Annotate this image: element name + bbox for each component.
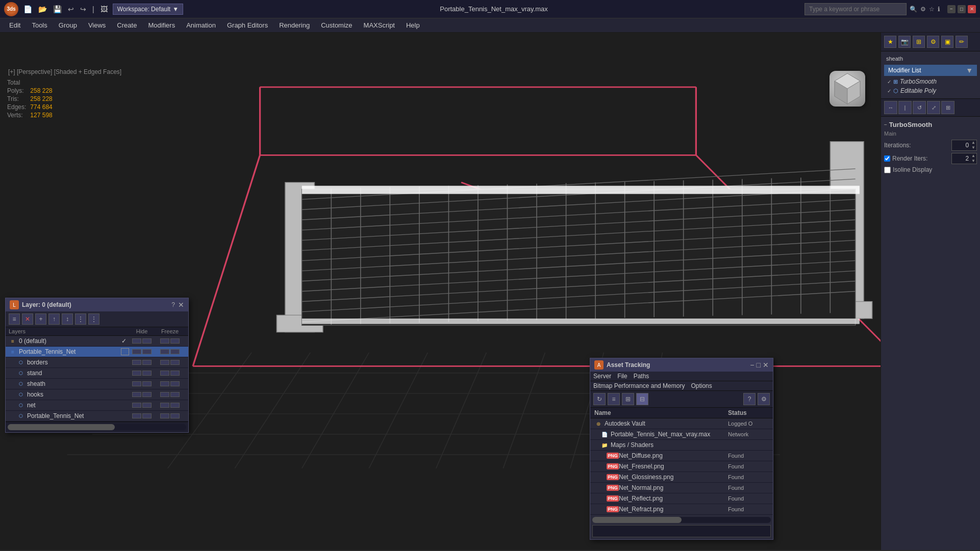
layer-row[interactable]: ⬡ hooks <box>6 389 188 400</box>
rp-icon-settings[interactable]: ⚙ <box>927 36 939 48</box>
asset-tool-help[interactable]: ? <box>743 393 756 405</box>
asset-row[interactable]: ⊛ Autodesk Vault Logged O <box>590 418 773 429</box>
rp-icon2-move[interactable]: ↔ <box>884 101 897 114</box>
asset-tool-grid[interactable]: ⊞ <box>622 393 634 405</box>
asset-tool-settings[interactable]: ⚙ <box>758 393 770 405</box>
rp-icon-paint[interactable]: ✏ <box>956 36 968 48</box>
ts-renderiters-check[interactable] <box>884 155 890 162</box>
menu-views[interactable]: Views <box>83 19 111 31</box>
asset-row[interactable]: PNG Net_Diffuse.png Found <box>590 451 773 461</box>
layer-row-hide[interactable] <box>129 349 155 354</box>
layer-tool-delete[interactable]: ✕ <box>22 313 33 325</box>
info-icon[interactable]: ℹ <box>938 6 940 13</box>
ts-renderiters-spinner[interactable]: ▲ ▼ <box>951 153 977 164</box>
menu-edit[interactable]: Edit <box>4 19 26 31</box>
layer-tool-add[interactable]: + <box>35 313 46 325</box>
minimize-button[interactable]: − <box>947 5 956 13</box>
asset-menu-options[interactable]: Options <box>691 382 712 389</box>
rp-icon-star[interactable]: ★ <box>884 36 896 48</box>
layer-row[interactable]: ≡ 0 (default) ✓ <box>6 336 188 347</box>
layer-row-freeze[interactable] <box>155 413 185 418</box>
asset-minimize-button[interactable]: − <box>750 361 754 369</box>
ts-up-arrow[interactable]: ▲ <box>970 153 976 159</box>
layer-row[interactable]: ⬡ borders <box>6 357 188 368</box>
layer-row-freeze[interactable] <box>155 392 185 397</box>
layer-row[interactable]: ⬡ Portable_Tennis_Net <box>6 411 188 422</box>
menu-help[interactable]: Help <box>401 19 425 31</box>
asset-tool-refresh[interactable]: ↻ <box>593 393 606 405</box>
layer-panel-header[interactable]: L Layer: 0 (default) ? ✕ <box>6 298 188 311</box>
asset-menu-file[interactable]: File <box>617 373 627 380</box>
asset-tool-list[interactable]: ≡ <box>608 393 620 405</box>
layer-tool-more[interactable]: ⋮ <box>88 313 99 325</box>
layer-tool-layers[interactable]: ≡ <box>9 313 20 325</box>
ts-down-arrow[interactable]: ▼ <box>970 159 976 164</box>
rp-icon2-hierarchy[interactable]: ⊞ <box>941 101 954 114</box>
viewport[interactable]: [+] [Perspective] [Shaded + Edged Faces]… <box>0 33 881 550</box>
menu-customize[interactable]: Customize <box>316 19 357 31</box>
layer-row-hide[interactable] <box>129 371 155 376</box>
asset-panel-header[interactable]: A Asset Tracking − □ ✕ <box>590 358 773 372</box>
layer-row-hide[interactable] <box>129 413 155 418</box>
layer-row-hide[interactable] <box>129 338 155 344</box>
workspace-dropdown-icon[interactable]: ▼ <box>172 6 179 13</box>
redo-icon[interactable]: ↪ <box>78 4 88 14</box>
ts-renderiters-checkbox[interactable]: Render Iters: <box>884 155 927 162</box>
settings-icon[interactable]: ⚙ <box>920 6 926 13</box>
close-button[interactable]: ✕ <box>968 5 976 13</box>
undo-icon[interactable]: ↩ <box>66 4 76 14</box>
asset-menu-server[interactable]: Server <box>593 373 611 380</box>
modifier-list-dropdown-icon[interactable]: ▼ <box>966 66 973 74</box>
layer-row-freeze[interactable] <box>155 381 185 386</box>
ts-collapse-icon[interactable]: − <box>884 122 887 127</box>
asset-tool-table[interactable]: ⊟ <box>636 393 648 405</box>
layer-scrollbar[interactable] <box>6 422 188 432</box>
modifier-editablepoly-item[interactable]: ✓ ⬡ Editable Poly <box>884 86 977 95</box>
search-icon[interactable]: 🔍 <box>910 6 917 13</box>
workspace-selector[interactable]: Workspace: Default ▼ <box>113 4 183 15</box>
layer-tool-sort[interactable]: ↕ <box>62 313 73 325</box>
ts-iterations-input[interactable] <box>952 141 970 149</box>
layer-row-hide[interactable] <box>129 392 155 397</box>
rp-icon2-scale[interactable]: ⤢ <box>927 101 940 114</box>
asset-close-button[interactable]: ✕ <box>763 361 769 369</box>
menu-modifiers[interactable]: Modifiers <box>143 19 180 31</box>
layer-row-selected[interactable]: ≡ Portable_Tennis_Net <box>6 347 188 357</box>
new-icon[interactable]: 📄 <box>21 4 34 14</box>
open-icon[interactable]: 📂 <box>36 4 49 14</box>
asset-row[interactable]: PNG Net_Reflect.png Found <box>590 493 773 504</box>
asset-row[interactable]: PNG Net_Normal.png Found <box>590 483 773 493</box>
layer-row-hide[interactable] <box>129 403 155 408</box>
asset-menu-paths[interactable]: Paths <box>634 373 649 380</box>
asset-menu-bitmap[interactable]: Bitmap Performance and Memory <box>593 382 685 389</box>
layer-row-freeze[interactable] <box>155 371 185 376</box>
menu-group[interactable]: Group <box>54 19 82 31</box>
modifier-turbosmooth-item[interactable]: ✓ ⊞ TurboSmooth <box>884 77 977 86</box>
save-icon[interactable]: 💾 <box>51 4 64 14</box>
rp-icon-layers[interactable]: ⊞ <box>913 36 925 48</box>
menu-create[interactable]: Create <box>112 19 142 31</box>
rp-icon2-rotate[interactable]: ↺ <box>913 101 926 114</box>
ts-iterations-arrows[interactable]: ▲ ▼ <box>970 140 976 150</box>
asset-row[interactable]: PNG Net_Glossiness.png Found <box>590 472 773 483</box>
asset-row[interactable]: 📄 Portable_Tennis_Net_max_vray.max Netwo… <box>590 429 773 440</box>
asset-scrollbar[interactable] <box>592 517 771 523</box>
modifier-list-header[interactable]: Modifier List ▼ <box>884 65 977 76</box>
layer-row-freeze[interactable] <box>155 349 185 354</box>
asset-input-field[interactable] <box>592 525 771 537</box>
scene-icon[interactable]: 🖼 <box>98 4 110 14</box>
ts-iterations-spinner[interactable]: ▲ ▼ <box>951 140 977 151</box>
layer-row[interactable]: ⬡ net <box>6 400 188 411</box>
rp-icon-camera[interactable]: 📷 <box>898 36 911 48</box>
ts-up-arrow[interactable]: ▲ <box>970 140 976 145</box>
layer-row[interactable]: ⬡ sheath <box>6 379 188 389</box>
menu-graph-editors[interactable]: Graph Editors <box>222 19 273 31</box>
star-icon[interactable]: ☆ <box>929 6 935 13</box>
asset-restore-button[interactable]: □ <box>757 361 761 369</box>
rp-icon-render[interactable]: ▣ <box>941 36 953 48</box>
viewport-gizmo[interactable] <box>830 71 865 107</box>
layer-scrollbar-thumb[interactable] <box>8 424 115 430</box>
ts-renderiters-input[interactable] <box>952 154 970 163</box>
layer-row-freeze[interactable] <box>155 360 185 365</box>
layer-row-freeze[interactable] <box>155 403 185 408</box>
